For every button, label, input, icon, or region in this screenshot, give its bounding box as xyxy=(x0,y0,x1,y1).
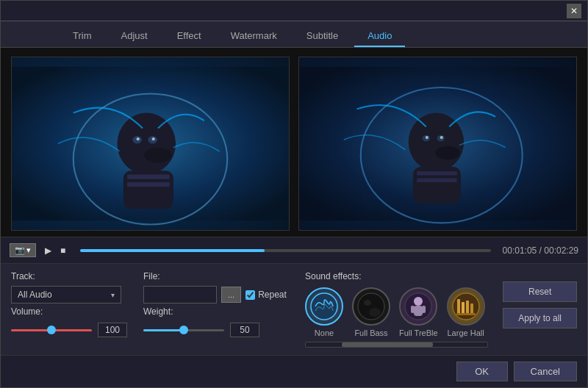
sound-scroll-thumb xyxy=(342,342,433,347)
file-input[interactable] xyxy=(143,286,217,303)
sound-scroll-bar[interactable] xyxy=(305,342,488,348)
sound-icon-none xyxy=(305,287,343,326)
sound-effect-full-bass[interactable]: Full Bass xyxy=(352,287,390,337)
reset-button[interactable]: Reset xyxy=(503,281,577,302)
file-section: File: ... Repeat Weight: 50 xyxy=(143,271,290,337)
ok-button[interactable]: OK xyxy=(456,362,508,381)
sound-effects-label: Sound effects: xyxy=(305,271,488,281)
time-separator: / xyxy=(537,245,544,256)
svg-rect-16 xyxy=(417,171,456,175)
bottom-bar: OK Cancel xyxy=(1,355,587,387)
tab-watermark[interactable]: Watermark xyxy=(218,26,290,47)
camera-button[interactable]: 📷 ▾ xyxy=(10,243,36,257)
svg-rect-28 xyxy=(414,306,423,316)
close-button[interactable]: ✕ xyxy=(567,4,581,18)
svg-rect-36 xyxy=(456,313,476,315)
volume-label: Volume: xyxy=(11,306,129,317)
play-button[interactable]: ▶ xyxy=(42,244,54,257)
volume-slider[interactable] xyxy=(11,329,92,331)
svg-rect-34 xyxy=(466,301,469,314)
current-time: 00:01:05 xyxy=(503,245,537,256)
repeat-checkbox-label[interactable]: Repeat xyxy=(245,290,287,300)
sound-icon-full-treble xyxy=(399,287,437,326)
repeat-checkbox[interactable] xyxy=(245,290,255,300)
preview-panel-left xyxy=(11,57,290,231)
tab-trim[interactable]: Trim xyxy=(60,26,105,47)
svg-rect-33 xyxy=(462,302,465,314)
sound-full-treble-label: Full TreBle xyxy=(399,328,438,337)
seek-bar[interactable] xyxy=(80,249,490,252)
track-chevron-icon: ▾ xyxy=(111,291,115,299)
playback-bar: 📷 ▾ ▶ ■ 00:01:05 / 00:02:29 xyxy=(1,237,587,263)
preview-area xyxy=(1,48,587,237)
sound-effects-row: None Full Bass xyxy=(305,287,488,337)
sound-effect-large-hall[interactable]: Large Hall xyxy=(447,287,485,337)
weight-slider-container: 50 xyxy=(143,323,290,337)
sound-effects-section: Sound effects: None xyxy=(305,271,488,348)
weight-value: 50 xyxy=(230,323,259,337)
track-label: Track: xyxy=(11,271,129,281)
track-dropdown[interactable]: All Audio ▾ xyxy=(11,286,121,303)
repeat-label: Repeat xyxy=(258,290,287,300)
svg-point-10 xyxy=(152,137,155,140)
svg-point-14 xyxy=(435,146,460,160)
sound-icon-large-hall xyxy=(447,287,485,326)
tab-effect[interactable]: Effect xyxy=(164,26,215,47)
time-display: 00:01:05 / 00:02:29 xyxy=(503,245,578,256)
controls-area: Track: All Audio ▾ Volume: 100 File: ... xyxy=(1,263,587,355)
seek-fill xyxy=(80,249,265,252)
svg-rect-6 xyxy=(127,182,170,187)
camera-dropdown-icon: ▾ xyxy=(26,245,31,255)
weight-slider[interactable] xyxy=(143,329,224,331)
svg-point-2 xyxy=(117,113,176,175)
svg-rect-5 xyxy=(127,174,170,179)
svg-rect-30 xyxy=(422,306,426,313)
title-bar: ✕ xyxy=(1,1,587,21)
svg-point-25 xyxy=(369,308,381,317)
main-dialog: ✕ Trim Adjust Effect Watermark Subtitle … xyxy=(0,0,588,388)
track-value: All Audio xyxy=(18,290,52,300)
cancel-button[interactable]: Cancel xyxy=(514,362,577,381)
svg-rect-35 xyxy=(470,303,473,314)
volume-slider-container: 100 xyxy=(11,323,129,337)
weight-label: Weight: xyxy=(143,306,290,317)
volume-value: 100 xyxy=(98,323,127,337)
stop-button[interactable]: ■ xyxy=(57,244,68,257)
file-label: File: xyxy=(143,271,290,281)
tab-subtitle[interactable]: Subtitle xyxy=(293,26,351,47)
video-frame-left xyxy=(12,57,289,230)
svg-point-20 xyxy=(426,136,429,139)
sound-effect-full-treble[interactable]: Full TreBle xyxy=(399,287,438,337)
total-time: 00:02:29 xyxy=(544,245,578,256)
camera-icon: 📷 xyxy=(15,245,25,255)
svg-rect-29 xyxy=(411,306,415,313)
apply-to-all-button[interactable]: Apply to all xyxy=(503,308,577,328)
controls-row: Track: All Audio ▾ Volume: 100 File: ... xyxy=(11,271,577,348)
sound-effect-none[interactable]: None xyxy=(305,287,343,337)
svg-point-21 xyxy=(440,136,443,139)
tab-adjust[interactable]: Adjust xyxy=(108,26,161,47)
preview-panel-right xyxy=(298,57,577,231)
sound-icon-full-bass xyxy=(352,287,390,326)
action-section: Reset Apply to all xyxy=(503,271,577,328)
svg-rect-32 xyxy=(457,299,460,314)
track-section: Track: All Audio ▾ Volume: 100 xyxy=(11,271,129,337)
svg-point-24 xyxy=(364,300,371,306)
file-browse-button[interactable]: ... xyxy=(221,287,241,303)
sound-none-label: None xyxy=(315,328,334,337)
svg-point-9 xyxy=(137,137,140,140)
tab-audio[interactable]: Audio xyxy=(354,26,405,47)
play-controls: ▶ ■ xyxy=(42,244,68,257)
tab-bar: Trim Adjust Effect Watermark Subtitle Au… xyxy=(1,21,587,48)
video-frame-right xyxy=(299,57,576,230)
svg-point-27 xyxy=(414,297,423,306)
file-row: ... Repeat xyxy=(143,286,290,303)
svg-point-3 xyxy=(144,148,172,163)
sound-full-bass-label: Full Bass xyxy=(354,328,387,337)
svg-rect-17 xyxy=(417,179,456,182)
sound-large-hall-label: Large Hall xyxy=(448,328,484,337)
